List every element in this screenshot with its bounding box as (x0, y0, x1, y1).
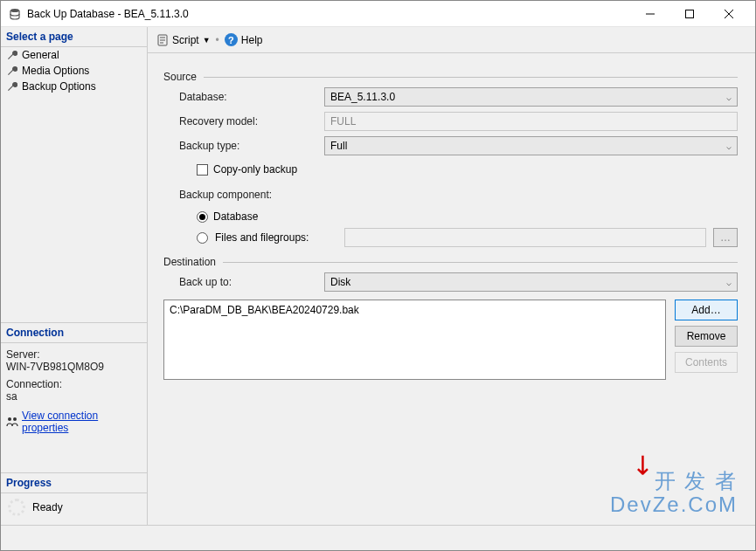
minimize-button[interactable] (630, 1, 669, 26)
source-group-label: Source (163, 71, 197, 83)
sidebar-item-label: Media Options (22, 65, 89, 77)
backup-to-label: Back up to: (179, 276, 324, 288)
checkbox-icon (197, 164, 208, 176)
radio-icon (197, 211, 208, 223)
server-value: WIN-7VB981QM8O9 (6, 361, 142, 373)
database-select[interactable]: BEA_5.11.3.0 ⌵ (324, 87, 738, 107)
svg-point-5 (8, 417, 11, 421)
destination-group: Destination (163, 256, 738, 268)
progress-status: Ready (32, 501, 63, 513)
sidebar-item-label: General (22, 49, 59, 61)
chevron-down-icon: ▼ (203, 36, 211, 45)
server-label: Server: (6, 348, 142, 361)
sidebar: Select a page General Media Options Back… (1, 27, 148, 525)
radio-database[interactable]: Database (197, 210, 738, 223)
help-icon: ? (225, 33, 238, 46)
title-bar: Back Up Database - BEA_5.11.3.0 (1, 1, 755, 27)
copy-only-checkbox[interactable]: Copy-only backup (197, 163, 738, 176)
select-page-header: Select a page (1, 27, 147, 47)
radio-files-label[interactable]: Files and filegroups: (215, 231, 337, 244)
svg-point-0 (10, 9, 19, 12)
svg-rect-2 (685, 10, 693, 17)
sidebar-item-label: Backup Options (22, 80, 96, 93)
chevron-down-icon: ⌵ (726, 278, 732, 287)
help-button[interactable]: ? Help (225, 33, 263, 46)
connection-value: sa (6, 390, 142, 403)
backup-type-label: Backup type: (179, 140, 324, 152)
wrench-icon (6, 80, 18, 93)
script-icon (156, 34, 169, 46)
script-label: Script (172, 34, 199, 46)
status-bar (1, 525, 755, 551)
main-panel: Script ▼ • ? Help Source Database: BEA_5… (148, 27, 755, 525)
list-item[interactable]: C:\ParaDM_DB_BAK\BEA20240729.bak (170, 304, 660, 316)
filegroups-field (344, 228, 706, 247)
connection-icon (6, 416, 18, 428)
database-value: BEA_5.11.3.0 (330, 91, 395, 103)
separator: • (216, 34, 219, 46)
svg-point-6 (13, 417, 17, 421)
backup-to-value: Disk (330, 276, 350, 288)
wrench-icon (6, 65, 18, 77)
window-title: Back Up Database - BEA_5.11.3.0 (27, 8, 630, 20)
backup-component-label: Backup component: (179, 189, 324, 201)
remove-button[interactable]: Remove (675, 326, 738, 347)
annotation-arrow: ↘ (625, 445, 662, 482)
connection-panel: Connection Server: WIN-7VB981QM8O9 Conne… (1, 322, 147, 437)
backup-to-select[interactable]: Disk ⌵ (324, 272, 738, 292)
wrench-icon (6, 49, 18, 61)
recovery-model-label: Recovery model: (179, 115, 324, 127)
progress-header: Progress (1, 473, 147, 493)
radio-database-label: Database (213, 210, 258, 223)
chevron-down-icon: ⌵ (726, 141, 732, 151)
sidebar-item-general[interactable]: General (1, 47, 147, 63)
database-label: Database: (179, 91, 324, 103)
close-button[interactable] (709, 1, 748, 26)
toolbar: Script ▼ • ? Help (148, 27, 755, 53)
source-group: Source (163, 71, 738, 83)
window-controls (630, 1, 748, 26)
sidebar-item-backup-options[interactable]: Backup Options (1, 79, 147, 94)
script-button[interactable]: Script ▼ (156, 34, 211, 46)
view-connection-link[interactable]: View connection properties (22, 410, 142, 434)
maximize-button[interactable] (669, 1, 709, 26)
recovery-model-value: FULL (324, 112, 738, 131)
progress-spinner-icon (8, 499, 25, 516)
destination-group-label: Destination (163, 256, 216, 268)
watermark: 开 发 者 DevZe.CoM (610, 470, 738, 516)
help-label: Help (241, 34, 263, 46)
connection-label: Connection: (6, 378, 142, 390)
add-button[interactable]: Add… (675, 300, 738, 320)
sidebar-item-media-options[interactable]: Media Options (1, 63, 147, 79)
filegroups-browse-button[interactable]: … (713, 228, 738, 247)
chevron-down-icon: ⌵ (726, 93, 732, 102)
database-icon (8, 7, 22, 21)
backup-type-value: Full (330, 140, 347, 152)
copy-only-label: Copy-only backup (213, 163, 297, 176)
radio-icon (197, 232, 208, 244)
contents-button[interactable]: Contents (675, 352, 738, 373)
destination-listbox[interactable]: C:\ParaDM_DB_BAK\BEA20240729.bak (163, 300, 666, 380)
backup-type-select[interactable]: Full ⌵ (324, 136, 738, 155)
connection-header: Connection (1, 323, 147, 343)
